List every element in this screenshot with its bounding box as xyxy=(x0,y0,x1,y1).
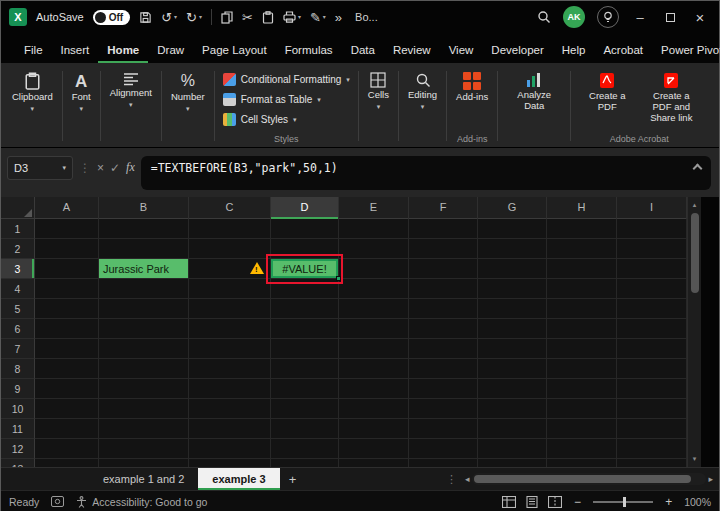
tips-button[interactable] xyxy=(597,6,619,28)
ribbon-tab-draw[interactable]: Draw xyxy=(148,38,193,63)
cell-I13[interactable] xyxy=(617,459,687,467)
row-header-6[interactable]: 6 xyxy=(1,319,35,339)
cell-F2[interactable] xyxy=(409,239,478,259)
cell-D2[interactable] xyxy=(271,239,339,259)
cell-F8[interactable] xyxy=(409,359,478,379)
ribbon-tab-home[interactable]: Home xyxy=(98,38,148,63)
ribbon-tab-help[interactable]: Help xyxy=(553,38,595,63)
cell-C4[interactable] xyxy=(189,279,271,299)
cell-C9[interactable] xyxy=(189,379,271,399)
cell-G11[interactable] xyxy=(478,419,547,439)
cell-A8[interactable] xyxy=(35,359,99,379)
cell-G12[interactable] xyxy=(478,439,547,459)
page-layout-view-icon[interactable] xyxy=(525,496,539,508)
row-header-2[interactable]: 2 xyxy=(1,239,35,259)
insert-function-button[interactable]: fx xyxy=(126,156,135,175)
cell-C1[interactable] xyxy=(189,219,271,239)
cell-C8[interactable] xyxy=(189,359,271,379)
cell-E9[interactable] xyxy=(339,379,409,399)
ribbon-tab-view[interactable]: View xyxy=(440,38,483,63)
row-header-12[interactable]: 12 xyxy=(1,439,35,459)
collapse-formula-bar-icon[interactable] xyxy=(693,164,703,174)
cell-A1[interactable] xyxy=(35,219,99,239)
cell-H5[interactable] xyxy=(547,299,617,319)
editing-button[interactable]: Editing ▾ xyxy=(403,65,442,113)
cell-F11[interactable] xyxy=(409,419,478,439)
cell-G2[interactable] xyxy=(478,239,547,259)
row-header-11[interactable]: 11 xyxy=(1,419,35,439)
zoom-level[interactable]: 100% xyxy=(684,496,711,508)
cell-E2[interactable] xyxy=(339,239,409,259)
cell-H10[interactable] xyxy=(547,399,617,419)
cell-F6[interactable] xyxy=(409,319,478,339)
cell-B9[interactable] xyxy=(99,379,189,399)
cell-I8[interactable] xyxy=(617,359,687,379)
cell-F1[interactable] xyxy=(409,219,478,239)
row-header-7[interactable]: 7 xyxy=(1,339,35,359)
page-break-preview-icon[interactable] xyxy=(548,496,562,508)
cell-F9[interactable] xyxy=(409,379,478,399)
cell-H8[interactable] xyxy=(547,359,617,379)
cell-B13[interactable] xyxy=(99,459,189,467)
cell-G9[interactable] xyxy=(478,379,547,399)
minimize-button[interactable]: – xyxy=(631,10,649,25)
cell-I11[interactable] xyxy=(617,419,687,439)
cell-H12[interactable] xyxy=(547,439,617,459)
cell-B8[interactable] xyxy=(99,359,189,379)
number-button[interactable]: % Number ▾ xyxy=(166,65,210,115)
normal-view-icon[interactable] xyxy=(502,496,516,508)
maximize-button[interactable] xyxy=(661,10,679,25)
column-header-B[interactable]: B xyxy=(99,197,189,219)
sheet-tab-example-3[interactable]: example 3 xyxy=(198,468,279,490)
cell-D12[interactable] xyxy=(271,439,339,459)
cell-C13[interactable] xyxy=(189,459,271,467)
column-header-I[interactable]: I xyxy=(617,197,687,219)
cell-D6[interactable] xyxy=(271,319,339,339)
cell-G1[interactable] xyxy=(478,219,547,239)
cell-A4[interactable] xyxy=(35,279,99,299)
cell-I9[interactable] xyxy=(617,379,687,399)
row-header-3[interactable]: 3 xyxy=(1,259,35,279)
cell-E4[interactable] xyxy=(339,279,409,299)
cell-I6[interactable] xyxy=(617,319,687,339)
cell-D4[interactable] xyxy=(271,279,339,299)
sheet-tab-example-1-and-2[interactable]: example 1 and 2 xyxy=(89,468,198,490)
cell-B2[interactable] xyxy=(99,239,189,259)
cell-E7[interactable] xyxy=(339,339,409,359)
cell-C2[interactable] xyxy=(189,239,271,259)
ribbon-tab-review[interactable]: Review xyxy=(384,38,440,63)
alignment-button[interactable]: Alignment ▾ xyxy=(105,65,157,111)
scroll-left-icon[interactable]: ◂ xyxy=(465,474,470,484)
cells-button[interactable]: Cells ▾ xyxy=(363,65,394,113)
print-button[interactable]: ▾ xyxy=(283,11,301,23)
cell-F5[interactable] xyxy=(409,299,478,319)
formula-input[interactable]: =TEXTBEFORE(B3,"park",50,1) xyxy=(141,156,711,190)
zoom-slider[interactable] xyxy=(593,501,653,503)
row-header-8[interactable]: 8 xyxy=(1,359,35,379)
ribbon-tab-power-pivot[interactable]: Power Pivot xyxy=(652,38,720,63)
cell-E8[interactable] xyxy=(339,359,409,379)
cell-B4[interactable] xyxy=(99,279,189,299)
ribbon-tab-page-layout[interactable]: Page Layout xyxy=(193,38,276,63)
cell-C5[interactable] xyxy=(189,299,271,319)
cell-I5[interactable] xyxy=(617,299,687,319)
scroll-down-icon[interactable]: ▾ xyxy=(693,451,697,467)
font-button[interactable]: A Font ▾ xyxy=(67,65,96,115)
cell-D13[interactable] xyxy=(271,459,339,467)
autosave-toggle[interactable]: Off xyxy=(93,10,130,25)
cell-H7[interactable] xyxy=(547,339,617,359)
cell-I4[interactable] xyxy=(617,279,687,299)
row-header-4[interactable]: 4 xyxy=(1,279,35,299)
cell-C10[interactable] xyxy=(189,399,271,419)
cell-B10[interactable] xyxy=(99,399,189,419)
cell-B5[interactable] xyxy=(99,299,189,319)
ribbon-tab-formulas[interactable]: Formulas xyxy=(276,38,342,63)
cell-A3[interactable] xyxy=(35,259,99,279)
sheetbar-splitter[interactable]: ⋮ xyxy=(440,468,463,490)
column-header-H[interactable]: H xyxy=(547,197,617,219)
fill-handle[interactable] xyxy=(336,276,341,281)
ribbon-tab-file[interactable]: File xyxy=(15,38,52,63)
cell-H6[interactable] xyxy=(547,319,617,339)
cell-I10[interactable] xyxy=(617,399,687,419)
ribbon-tab-data[interactable]: Data xyxy=(342,38,384,63)
